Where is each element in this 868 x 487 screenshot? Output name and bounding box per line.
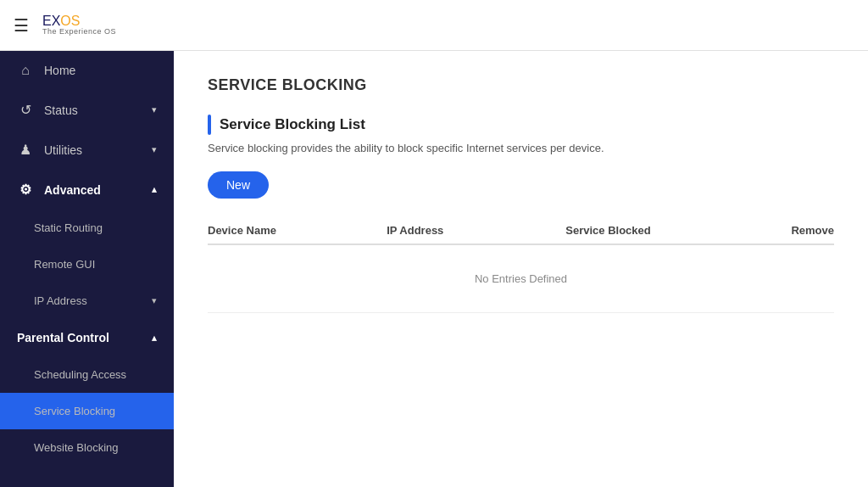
logo: EXOS The Experience OS [42, 14, 116, 36]
table-body: No Entries Defined [208, 245, 834, 313]
sidebar-item-ip-address[interactable]: IP Address ▾ [0, 283, 174, 319]
sidebar-label-service-blocking: Service Blocking [34, 405, 157, 417]
parental-control-chevron: ▴ [152, 333, 157, 344]
logo-ex: EX [42, 14, 60, 28]
new-button[interactable]: New [208, 171, 269, 199]
sidebar-item-status[interactable]: ↺ Status ▾ [0, 90, 174, 130]
service-blocking-table: Device Name IP Address Service Blocked R… [208, 224, 834, 313]
section-header-bar: Service Blocking List [208, 115, 834, 135]
sidebar-label-advanced: Advanced [44, 183, 148, 197]
utilities-icon: ♟ [17, 142, 34, 158]
logo-os: OS [60, 14, 80, 28]
sidebar-label-home: Home [44, 64, 157, 77]
no-entries-message: No Entries Defined [475, 272, 567, 285]
sidebar-item-advanced[interactable]: ⚙ Advanced ▴ [0, 170, 174, 210]
sidebar-item-service-blocking[interactable]: Service Blocking [0, 393, 174, 429]
sidebar-label-status: Status [44, 104, 148, 117]
table-header: Device Name IP Address Service Blocked R… [208, 224, 834, 245]
sidebar-item-utilities[interactable]: ♟ Utilities ▾ [0, 130, 174, 170]
status-icon: ↺ [17, 102, 34, 118]
col-device-name: Device Name [208, 224, 387, 237]
sidebar-label-utilities: Utilities [44, 143, 148, 157]
logo-subtitle: The Experience OS [42, 28, 116, 36]
col-remove: Remove [744, 224, 834, 237]
page-title: SERVICE BLOCKING [208, 76, 834, 94]
sidebar-item-static-routing[interactable]: Static Routing [0, 210, 174, 246]
top-header: ☰ EXOS The Experience OS [0, 0, 868, 51]
sidebar-label-website-blocking: Website Blocking [34, 441, 157, 454]
advanced-icon: ⚙ [17, 182, 34, 198]
home-icon: ⌂ [17, 63, 34, 78]
sidebar: ⌂ Home ↺ Status ▾ ♟ Utilities ▾ ⚙ Advanc… [0, 51, 174, 487]
sidebar-item-remote-gui[interactable]: Remote GUI [0, 246, 174, 283]
section-title: Service Blocking List [220, 116, 365, 133]
sidebar-item-parental-control[interactable]: Parental Control ▴ [0, 319, 174, 356]
sidebar-label-scheduling-access: Scheduling Access [34, 368, 157, 381]
sidebar-label-ip-address: IP Address [34, 294, 148, 307]
main-layout: ⌂ Home ↺ Status ▾ ♟ Utilities ▾ ⚙ Advanc… [0, 51, 868, 487]
sidebar-item-home[interactable]: ⌂ Home [0, 51, 174, 90]
sidebar-item-scheduling-access[interactable]: Scheduling Access [0, 356, 174, 393]
utilities-chevron: ▾ [152, 144, 157, 155]
content-area: SERVICE BLOCKING Service Blocking List S… [174, 51, 868, 487]
col-ip-address: IP Address [387, 224, 565, 237]
hamburger-icon[interactable]: ☰ [14, 15, 29, 36]
advanced-chevron: ▴ [152, 184, 157, 195]
section-accent [208, 115, 211, 135]
section-description: Service blocking provides the ability to… [208, 142, 834, 154]
status-chevron: ▾ [152, 104, 157, 115]
sidebar-item-website-blocking[interactable]: Website Blocking [0, 429, 174, 466]
sidebar-label-static-routing: Static Routing [34, 221, 157, 234]
col-service-blocked: Service Blocked [565, 224, 744, 237]
sidebar-label-remote-gui: Remote GUI [34, 258, 157, 271]
sidebar-label-parental-control: Parental Control [17, 331, 148, 344]
ip-address-chevron: ▾ [152, 295, 157, 306]
